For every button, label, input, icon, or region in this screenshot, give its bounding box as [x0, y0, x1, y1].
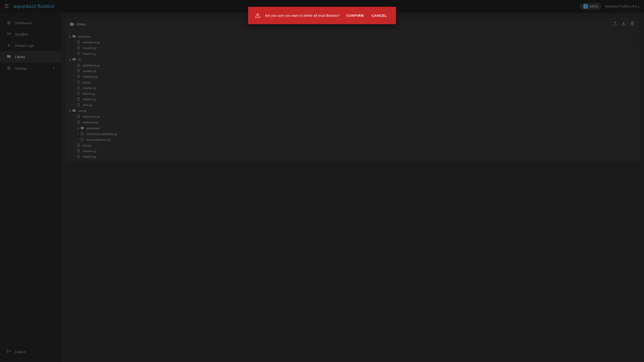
main-content: Library [61, 13, 644, 362]
confirm-dialog: ⚠ Are you sure you want to delete all lo… [248, 13, 396, 24]
dialog-overlay: ⚠ Are you sure you want to delete all lo… [61, 13, 644, 362]
dialog-message: Are you sure you want to delete all loca… [265, 13, 340, 17]
cancel-button[interactable]: CANCEL [369, 13, 390, 19]
confirm-button[interactable]: CONFIRM [344, 13, 366, 19]
main-layout: ⊞ Dashboard Sandbox ≡ Recipe Logs Librar… [0, 13, 644, 362]
dialog-actions: CONFIRM CANCEL [344, 13, 390, 19]
warning-icon: ⚠ [255, 13, 260, 19]
